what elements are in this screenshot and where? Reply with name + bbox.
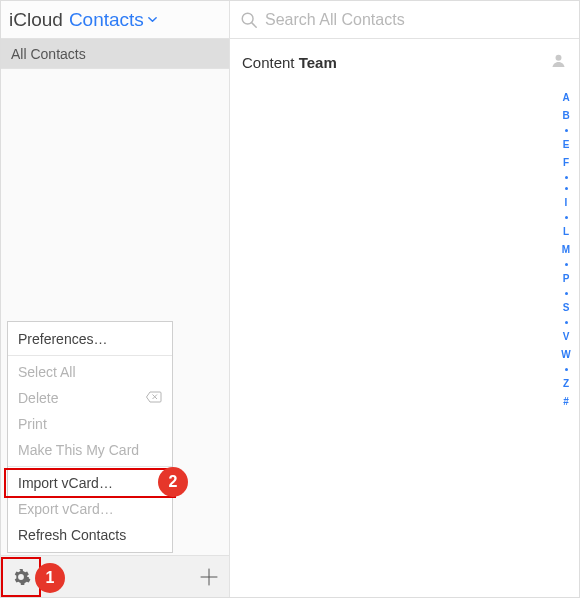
group-all-contacts[interactable]: All Contacts [1, 39, 229, 69]
menu-preferences[interactable]: Preferences… [8, 326, 172, 352]
contact-row[interactable]: Content Team [242, 49, 567, 75]
alpha-letter[interactable]: I [565, 198, 568, 208]
plus-icon [200, 568, 218, 586]
backspace-icon [146, 390, 162, 406]
alpha-index[interactable]: ABEFILMPSVWZ# [555, 93, 577, 589]
alpha-letter[interactable]: # [563, 397, 569, 407]
menu-refresh[interactable]: Refresh Contacts [8, 522, 172, 548]
menu-print[interactable]: Print [8, 411, 172, 437]
svg-line-1 [252, 22, 256, 26]
menu-select-all[interactable]: Select All [8, 359, 172, 385]
alpha-dot [565, 176, 568, 179]
alpha-letter[interactable]: F [563, 158, 569, 168]
add-button[interactable] [189, 557, 229, 597]
gear-icon [11, 567, 31, 587]
menu-refresh-label: Refresh Contacts [18, 527, 126, 543]
alpha-dot [565, 368, 568, 371]
contact-last-name: Team [299, 54, 337, 71]
sidebar-header: iCloud Contacts [1, 1, 229, 39]
contact-list: Content Team [230, 39, 579, 597]
search-input[interactable] [265, 11, 569, 29]
content-area: Content Team ABEFILMPSVWZ# [230, 39, 579, 597]
menu-separator [8, 466, 172, 467]
search-row [230, 1, 579, 39]
alpha-letter[interactable]: V [563, 332, 570, 342]
menu-export-vcard[interactable]: Export vCard… [8, 496, 172, 522]
alpha-letter[interactable]: L [563, 227, 569, 237]
chevron-down-icon [147, 14, 158, 25]
menu-delete[interactable]: Delete [8, 385, 172, 411]
app-switcher[interactable]: Contacts [69, 9, 158, 31]
menu-select-all-label: Select All [18, 364, 76, 380]
menu-print-label: Print [18, 416, 47, 432]
menu-delete-label: Delete [18, 390, 58, 406]
sidebar-footer: 1 [1, 555, 229, 597]
menu-import-vcard-label: Import vCard… [18, 475, 113, 491]
alpha-letter[interactable]: E [563, 140, 570, 150]
alpha-dot [565, 216, 568, 219]
menu-export-vcard-label: Export vCard… [18, 501, 114, 517]
menu-make-my-card-label: Make This My Card [18, 442, 139, 458]
search-icon [240, 11, 258, 29]
main-panel: Content Team ABEFILMPSVWZ# [230, 1, 579, 597]
app-name-label: Contacts [69, 9, 144, 31]
alpha-dot [565, 187, 568, 190]
settings-menu: Preferences… Select All Delete Print Mak… [7, 321, 173, 553]
person-icon [550, 52, 567, 72]
menu-preferences-label: Preferences… [18, 331, 107, 347]
menu-make-my-card[interactable]: Make This My Card [8, 437, 172, 463]
alpha-letter[interactable]: S [563, 303, 570, 313]
alpha-letter[interactable]: P [563, 274, 570, 284]
alpha-dot [565, 321, 568, 324]
menu-import-vcard[interactable]: Import vCard… 2 [8, 470, 172, 496]
svg-point-2 [556, 55, 562, 61]
alpha-dot [565, 129, 568, 132]
contact-first-name: Content [242, 54, 295, 71]
menu-separator [8, 355, 172, 356]
settings-button[interactable] [1, 557, 41, 597]
alpha-dot [565, 263, 568, 266]
alpha-letter[interactable]: W [561, 350, 570, 360]
alpha-dot [565, 292, 568, 295]
alpha-letter[interactable]: A [562, 93, 569, 103]
contact-name: Content Team [242, 54, 337, 71]
brand-icloud-label: iCloud [9, 9, 63, 31]
group-label: All Contacts [11, 46, 86, 62]
alpha-letter[interactable]: Z [563, 379, 569, 389]
app-root: iCloud Contacts All Contacts Preferences… [0, 0, 580, 598]
sidebar: iCloud Contacts All Contacts Preferences… [1, 1, 230, 597]
alpha-letter[interactable]: M [562, 245, 570, 255]
alpha-letter[interactable]: B [562, 111, 569, 121]
